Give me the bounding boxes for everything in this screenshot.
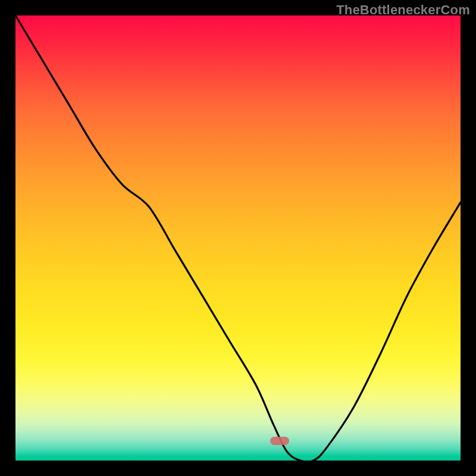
- outer-black-frame: TheBottleneckerCom: [0, 0, 476, 476]
- bottleneck-curve: [15, 15, 461, 461]
- optimal-marker: [270, 437, 289, 445]
- plot-area: [15, 15, 461, 461]
